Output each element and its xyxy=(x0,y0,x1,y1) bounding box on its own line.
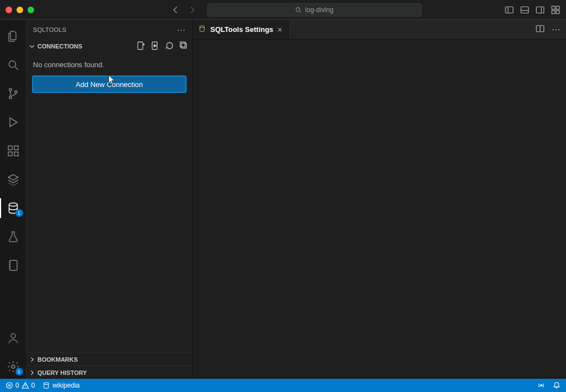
notebook-icon xyxy=(7,259,20,272)
nav-forward-button[interactable] xyxy=(187,5,197,15)
command-center-search[interactable]: log-diving xyxy=(207,3,422,17)
svg-point-0 xyxy=(296,7,300,11)
sidebar-title-row: SQLTOOLS ⋯ xyxy=(26,20,192,40)
chevron-right-icon xyxy=(29,369,35,376)
window-controls xyxy=(6,7,34,13)
svg-rect-13 xyxy=(8,152,12,156)
sidebar: SQLTOOLS ⋯ CONNECTIONS No connections fo… xyxy=(26,20,193,379)
section-bookmarks-header[interactable]: BOOKMARKS xyxy=(26,352,192,366)
statusbar: 0 0 wikipedia xyxy=(0,379,566,392)
section-history-label: QUERY HISTORY xyxy=(37,369,87,376)
activity-stack[interactable] xyxy=(0,167,26,192)
svg-point-27 xyxy=(44,383,48,385)
bell-icon xyxy=(553,382,560,389)
svg-point-9 xyxy=(9,89,11,91)
section-history-header[interactable]: QUERY HISTORY xyxy=(26,366,192,379)
split-editor-button[interactable] xyxy=(535,24,545,36)
activity-source-control[interactable] xyxy=(0,81,26,106)
nav-back-button[interactable] xyxy=(171,5,181,15)
sidebar-kebab-button[interactable]: ⋯ xyxy=(177,25,186,35)
tab-close-button[interactable]: × xyxy=(277,25,282,34)
section-connections-label: CONNECTIONS xyxy=(37,43,82,50)
layout-secondary-button[interactable] xyxy=(535,5,545,15)
warning-icon xyxy=(21,382,29,389)
minimize-window-button[interactable] xyxy=(17,7,23,13)
activity-account[interactable] xyxy=(0,326,26,350)
sqltools-badge: 1 xyxy=(15,209,23,217)
svg-rect-3 xyxy=(536,7,544,13)
collapse-all-button[interactable] xyxy=(179,41,189,52)
svg-point-18 xyxy=(11,334,15,338)
nav-arrows xyxy=(171,5,197,15)
svg-rect-12 xyxy=(8,146,12,150)
svg-point-10 xyxy=(9,96,11,99)
activity-extensions[interactable] xyxy=(0,139,26,163)
add-connection-button[interactable]: Add New Connection xyxy=(32,75,187,93)
main-area: 1 1 SQLTOOLS ⋯ CONNECTIONS xyxy=(0,20,566,379)
svg-point-19 xyxy=(12,365,15,368)
svg-point-24 xyxy=(200,26,204,28)
database-icon xyxy=(42,382,50,389)
svg-point-8 xyxy=(9,61,15,68)
broadcast-icon xyxy=(537,382,545,389)
titlebar: log-diving xyxy=(0,0,566,20)
layout-panel-button[interactable] xyxy=(520,5,530,15)
refresh-button[interactable] xyxy=(165,41,175,52)
chevron-down-icon xyxy=(29,43,35,50)
account-icon xyxy=(7,331,20,345)
layers-icon xyxy=(7,173,20,186)
status-problems[interactable]: 0 0 xyxy=(6,382,35,389)
tab-label: SQLTools Settings xyxy=(210,25,273,34)
sidebar-title: SQLTOOLS xyxy=(33,26,67,33)
activity-notebook[interactable] xyxy=(0,253,26,277)
svg-rect-14 xyxy=(14,152,18,156)
files-icon xyxy=(7,30,20,43)
svg-point-11 xyxy=(14,91,17,93)
svg-point-16 xyxy=(9,203,17,206)
maximize-window-button[interactable] xyxy=(28,7,34,13)
activity-run[interactable] xyxy=(0,110,26,134)
editor-area: SQLTools Settings × ⋯ xyxy=(193,20,566,379)
status-feedback[interactable] xyxy=(537,382,545,389)
status-warning-count: 0 xyxy=(31,382,35,389)
section-connections-body: No connections found. Add New Connection xyxy=(26,53,192,100)
svg-rect-20 xyxy=(138,42,143,50)
editor-body xyxy=(193,40,566,379)
database-icon xyxy=(198,25,206,34)
svg-rect-7 xyxy=(556,10,559,14)
svg-rect-22 xyxy=(182,43,187,48)
activity-sqltools[interactable]: 1 xyxy=(0,196,26,220)
search-text: log-diving xyxy=(305,6,333,14)
titlebar-right xyxy=(504,5,560,15)
run-query-button[interactable] xyxy=(150,41,160,52)
svg-rect-23 xyxy=(180,42,185,47)
layout-customize-button[interactable] xyxy=(551,5,560,15)
status-db-connection[interactable]: wikipedia xyxy=(42,382,79,389)
extensions-icon xyxy=(7,144,20,157)
editor-tab-actions: ⋯ xyxy=(535,20,566,39)
svg-rect-2 xyxy=(521,7,529,13)
beaker-icon xyxy=(7,230,20,243)
connections-empty-text: No connections found. xyxy=(33,61,187,69)
svg-rect-17 xyxy=(10,260,17,270)
section-connections-header[interactable]: CONNECTIONS xyxy=(26,40,192,53)
activity-testing[interactable] xyxy=(0,225,26,249)
editor-more-button[interactable]: ⋯ xyxy=(552,24,560,35)
tab-sqltools-settings[interactable]: SQLTools Settings × xyxy=(193,20,289,39)
new-sql-file-button[interactable] xyxy=(136,41,146,52)
editor-tabs: SQLTools Settings × ⋯ xyxy=(193,20,566,40)
activity-explorer[interactable] xyxy=(0,24,26,48)
status-db-label: wikipedia xyxy=(52,382,79,389)
settings-badge: 1 xyxy=(15,368,23,375)
error-icon xyxy=(6,382,13,389)
svg-point-28 xyxy=(541,385,542,386)
status-notifications[interactable] xyxy=(553,382,560,389)
layout-primary-button[interactable] xyxy=(504,5,514,15)
svg-rect-1 xyxy=(505,7,513,13)
chevron-right-icon xyxy=(29,356,35,363)
close-window-button[interactable] xyxy=(6,7,12,13)
activity-settings[interactable]: 1 xyxy=(0,355,26,379)
activity-search[interactable] xyxy=(0,53,26,77)
activitybar: 1 1 xyxy=(0,20,26,379)
search-icon xyxy=(7,58,20,72)
